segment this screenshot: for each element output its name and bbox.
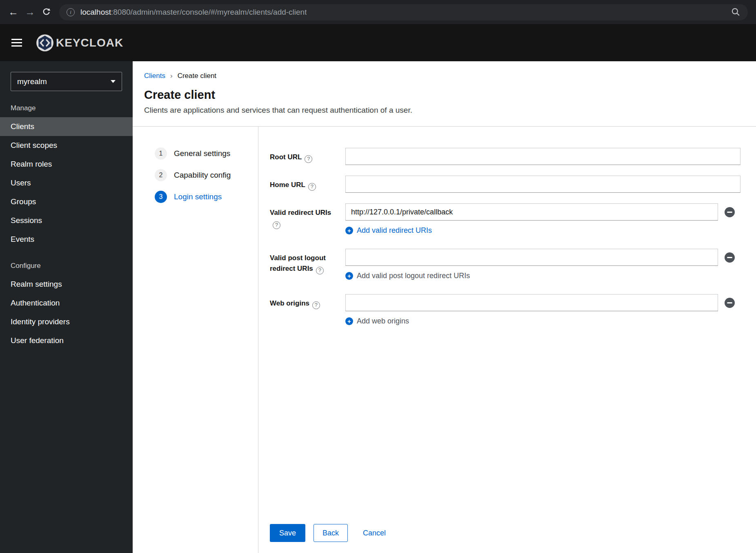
help-icon[interactable]: ?: [308, 183, 316, 191]
step-number: 2: [155, 169, 167, 181]
sidebar-item-clients[interactable]: Clients: [0, 117, 133, 136]
help-icon[interactable]: ?: [312, 301, 320, 309]
browser-back-icon[interactable]: ←: [8, 7, 18, 17]
keycloak-logo[interactable]: KEYCLOAK: [35, 33, 123, 53]
sidebar-item-groups[interactable]: Groups: [0, 192, 133, 211]
add-post-logout-uri-button[interactable]: + Add valid post logout redirect URIs: [345, 272, 470, 280]
page-subtitle: Clients are applications and services th…: [144, 106, 740, 126]
web-origins-control: + Add web origins: [345, 294, 740, 326]
breadcrumb: Clients › Create client: [144, 72, 740, 80]
cancel-button[interactable]: Cancel: [363, 529, 386, 537]
url-path: :8080/admin/master/console/#/myrealm/cli…: [111, 8, 307, 16]
wizard-body: 1 General settings 2 Capability config 3…: [133, 127, 756, 553]
post-logout-uri-input[interactable]: [345, 249, 718, 266]
breadcrumb-clients-link[interactable]: Clients: [144, 72, 165, 80]
web-origin-row: [345, 294, 740, 311]
help-icon[interactable]: ?: [273, 221, 280, 229]
page-header: Clients › Create client Create client Cl…: [133, 61, 756, 127]
sidebar-item-realm-roles[interactable]: Realm roles: [0, 155, 133, 174]
sidebar-item-sessions[interactable]: Sessions: [0, 211, 133, 230]
keycloak-logo-icon: [35, 33, 55, 53]
home-url-input[interactable]: [345, 176, 740, 193]
post-logout-uri-row: [345, 249, 740, 266]
app-body: myrealm Manage Clients Client scopes Rea…: [0, 61, 756, 553]
remove-redirect-uri-button[interactable]: [725, 207, 735, 217]
root-url-label-text: Root URL: [270, 153, 302, 161]
form-row-redirect-uris: Valid redirect URIs? + Add valid redirec…: [270, 203, 740, 235]
form-row-root-url: Root URL?: [270, 148, 740, 165]
sidebar: myrealm Manage Clients Client scopes Rea…: [0, 61, 133, 553]
redirect-uris-control: + Add valid redirect URIs: [345, 203, 740, 235]
sidebar-item-realm-settings[interactable]: Realm settings: [0, 275, 133, 294]
sidebar-item-client-scopes[interactable]: Client scopes: [0, 136, 133, 155]
page-title: Create client: [144, 88, 740, 102]
add-redirect-uri-label: Add valid redirect URIs: [357, 226, 432, 235]
url-text: localhost:8080/admin/master/console/#/my…: [80, 8, 307, 17]
wizard-step-capability-config[interactable]: 2 Capability config: [133, 166, 258, 184]
root-url-label: Root URL?: [270, 148, 345, 165]
sidebar-item-user-federation[interactable]: User federation: [0, 331, 133, 350]
root-url-input[interactable]: [345, 148, 740, 165]
main-content: Clients › Create client Create client Cl…: [133, 61, 756, 553]
address-bar[interactable]: i localhost:8080/admin/master/console/#/…: [59, 4, 748, 20]
chevron-right-icon: ›: [170, 72, 173, 80]
web-origin-input[interactable]: [345, 294, 718, 311]
web-origins-label: Web origins?: [270, 294, 345, 326]
home-url-label: Home URL?: [270, 176, 345, 193]
help-icon[interactable]: ?: [316, 267, 324, 274]
remove-post-logout-uri-button[interactable]: [725, 252, 735, 263]
logo-text: KEYCLOAK: [56, 36, 123, 49]
browser-reload-icon[interactable]: [42, 7, 51, 17]
hamburger-menu-icon[interactable]: [11, 39, 22, 47]
chevron-down-icon: [111, 80, 116, 83]
sidebar-section-manage: Manage: [0, 91, 133, 117]
url-host: localhost: [80, 8, 111, 16]
breadcrumb-current: Create client: [178, 72, 216, 80]
add-redirect-uri-button[interactable]: + Add valid redirect URIs: [345, 226, 432, 235]
post-logout-uris-label: Valid post logout redirect URIs?: [270, 249, 345, 280]
sidebar-item-events[interactable]: Events: [0, 230, 133, 249]
realm-selector[interactable]: myrealm: [11, 72, 122, 91]
root-url-control: [345, 148, 740, 165]
home-url-label-text: Home URL: [270, 181, 305, 189]
home-url-control: [345, 176, 740, 193]
browser-forward-icon[interactable]: →: [25, 7, 35, 17]
sidebar-item-users[interactable]: Users: [0, 174, 133, 192]
step-label: Login settings: [174, 192, 222, 201]
wizard-nav: 1 General settings 2 Capability config 3…: [133, 127, 258, 553]
web-origins-label-text: Web origins: [270, 299, 309, 307]
redirect-uris-label: Valid redirect URIs?: [270, 203, 345, 235]
redirect-uris-label-text: Valid redirect URIs: [270, 209, 331, 216]
add-post-logout-uri-label: Add valid post logout redirect URIs: [357, 272, 470, 280]
form-row-web-origins: Web origins? + Add web origins: [270, 294, 740, 326]
form-row-post-logout-uris: Valid post logout redirect URIs? + Add v…: [270, 249, 740, 280]
save-button[interactable]: Save: [270, 524, 305, 542]
form-row-home-url: Home URL?: [270, 176, 740, 193]
remove-web-origin-button[interactable]: [725, 298, 735, 308]
sidebar-section-configure: Configure: [0, 249, 133, 275]
plus-circle-icon: +: [345, 272, 353, 280]
wizard-step-general-settings[interactable]: 1 General settings: [133, 145, 258, 163]
help-icon[interactable]: ?: [305, 155, 312, 163]
step-number: 3: [155, 191, 167, 203]
add-web-origin-button[interactable]: + Add web origins: [345, 317, 409, 326]
site-info-icon[interactable]: i: [67, 8, 75, 16]
plus-circle-icon: +: [345, 227, 353, 234]
wizard-step-login-settings[interactable]: 3 Login settings: [133, 188, 258, 206]
zoom-search-icon[interactable]: [731, 7, 740, 17]
browser-chrome: ← → i localhost:8080/admin/master/consol…: [0, 0, 756, 24]
step-number: 1: [155, 147, 167, 160]
post-logout-uris-control: + Add valid post logout redirect URIs: [345, 249, 740, 280]
sidebar-item-identity-providers[interactable]: Identity providers: [0, 312, 133, 331]
sidebar-item-authentication[interactable]: Authentication: [0, 294, 133, 312]
step-label: Capability config: [174, 171, 231, 180]
redirect-uri-row: [345, 203, 740, 221]
form-actions: Save Back Cancel: [270, 524, 740, 542]
add-web-origin-label: Add web origins: [357, 317, 409, 326]
step-label: General settings: [174, 149, 230, 158]
plus-circle-icon: +: [345, 317, 353, 325]
back-button[interactable]: Back: [314, 524, 348, 542]
login-settings-form: Root URL? Home URL? Vali: [258, 127, 756, 553]
app-masthead: KEYCLOAK: [0, 24, 756, 61]
redirect-uri-input[interactable]: [345, 203, 718, 221]
